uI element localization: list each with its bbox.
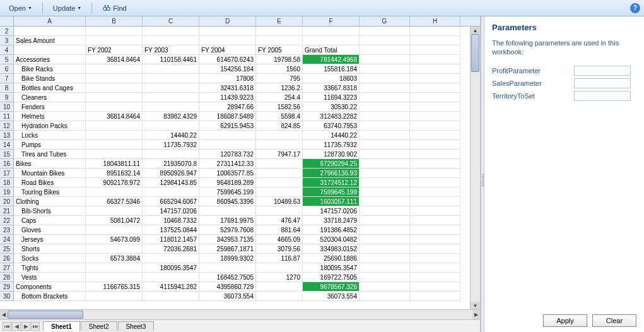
cell[interactable]: [86, 206, 143, 216]
col-header[interactable]: E: [256, 16, 303, 26]
cell[interactable]: [410, 93, 460, 102]
sheet-tab[interactable]: Sheet3: [118, 321, 155, 331]
cell[interactable]: Cleaners: [14, 93, 86, 102]
cell[interactable]: 6573.3884: [86, 254, 143, 263]
cell[interactable]: [256, 169, 303, 178]
cell[interactable]: Socks: [14, 254, 86, 263]
row-header[interactable]: 5: [0, 55, 14, 64]
cell[interactable]: [143, 102, 199, 112]
cell[interactable]: [256, 178, 303, 187]
cell[interactable]: 155816.184: [303, 64, 360, 74]
cell[interactable]: 72036.2681: [143, 244, 199, 254]
cell[interactable]: Bikes: [14, 159, 86, 169]
cell[interactable]: [199, 206, 256, 216]
cell[interactable]: 118012.1457: [143, 235, 199, 244]
cell[interactable]: [86, 64, 143, 74]
row-header[interactable]: 9: [0, 93, 14, 102]
cell[interactable]: 11735.7932: [143, 140, 199, 150]
parameter-input[interactable]: [574, 91, 631, 101]
cell[interactable]: [410, 45, 460, 55]
cell[interactable]: 36814.8464: [86, 112, 143, 121]
cell[interactable]: [410, 121, 460, 131]
cell[interactable]: [410, 244, 460, 254]
cell[interactable]: 9678567.326: [303, 282, 360, 292]
parameter-input[interactable]: [574, 66, 631, 76]
cell[interactable]: 8950926.947: [143, 169, 199, 178]
cell[interactable]: [410, 102, 460, 112]
cell[interactable]: [86, 150, 143, 159]
tab-nav-next[interactable]: ▶: [21, 322, 30, 331]
cell[interactable]: 1270: [256, 273, 303, 282]
cell[interactable]: [410, 197, 460, 206]
cell[interactable]: 9092178.972: [86, 178, 143, 187]
cell[interactable]: 1603057.111: [303, 197, 360, 206]
cell[interactable]: [360, 216, 410, 225]
cell[interactable]: 54673.099: [86, 235, 143, 244]
help-button[interactable]: ?: [630, 3, 640, 13]
apply-button[interactable]: Apply: [543, 314, 587, 327]
cell[interactable]: 137525.0844: [143, 225, 199, 235]
cell[interactable]: 5081.0472: [86, 216, 143, 225]
cell[interactable]: Accessories: [14, 55, 86, 64]
cell[interactable]: 18043811.11: [86, 159, 143, 169]
cell[interactable]: 342953.7135: [199, 235, 256, 244]
cell[interactable]: 11694.3223: [303, 93, 360, 102]
cell[interactable]: [86, 244, 143, 254]
cell[interactable]: [143, 187, 199, 197]
row-header[interactable]: 4: [0, 45, 14, 55]
cell[interactable]: [360, 83, 410, 93]
cell[interactable]: 36814.8464: [86, 55, 143, 64]
cell[interactable]: [360, 282, 410, 292]
cell[interactable]: Clothing: [14, 197, 86, 206]
row-header[interactable]: 19: [0, 187, 14, 197]
cell[interactable]: 52979.7608: [199, 225, 256, 235]
cell[interactable]: [256, 159, 303, 169]
cell[interactable]: [410, 64, 460, 74]
col-header[interactable]: H: [410, 16, 460, 26]
cell[interactable]: Gloves: [14, 225, 86, 235]
cell[interactable]: Locks: [14, 131, 86, 140]
cell[interactable]: 10468.7332: [143, 216, 199, 225]
cell[interactable]: 36073.554: [303, 292, 360, 301]
cell[interactable]: 66327.5346: [86, 197, 143, 206]
cell[interactable]: Mountain Bikes: [14, 169, 86, 178]
cell[interactable]: [199, 263, 256, 273]
cell[interactable]: [143, 121, 199, 131]
cell[interactable]: [14, 45, 86, 55]
row-header[interactable]: 3: [0, 36, 14, 45]
cell[interactable]: [360, 27, 410, 36]
cell[interactable]: FY 2004: [199, 45, 256, 55]
cell[interactable]: [86, 102, 143, 112]
cell[interactable]: [143, 150, 199, 159]
cell[interactable]: [410, 74, 460, 83]
cell[interactable]: 33718.2479: [303, 216, 360, 225]
cell[interactable]: [256, 292, 303, 301]
row-header[interactable]: 29: [0, 282, 14, 292]
cell[interactable]: [410, 273, 460, 282]
cell[interactable]: Shorts: [14, 244, 86, 254]
cell[interactable]: [410, 254, 460, 263]
cell[interactable]: 8951632.14: [86, 169, 143, 178]
horizontal-scrollbar[interactable]: ◀ ▶: [0, 310, 480, 319]
row-header[interactable]: 20: [0, 197, 14, 206]
parameter-input[interactable]: [574, 78, 631, 88]
cell[interactable]: 25690.1886: [303, 254, 360, 263]
cell[interactable]: [256, 263, 303, 273]
row-header[interactable]: 13: [0, 131, 14, 140]
open-menu[interactable]: Open ▼: [4, 3, 37, 14]
cell[interactable]: 169722.7505: [303, 273, 360, 282]
cell[interactable]: [86, 292, 143, 301]
cell[interactable]: [410, 292, 460, 301]
cell[interactable]: [143, 292, 199, 301]
cell[interactable]: [256, 36, 303, 45]
row-header[interactable]: 17: [0, 169, 14, 178]
col-header[interactable]: F: [303, 16, 360, 26]
cell[interactable]: 334983.0152: [303, 244, 360, 254]
cell[interactable]: [86, 74, 143, 83]
cell[interactable]: [410, 187, 460, 197]
cell[interactable]: [143, 64, 199, 74]
cell[interactable]: [256, 140, 303, 150]
cell[interactable]: 19798.58: [256, 55, 303, 64]
cell[interactable]: 312483.2282: [303, 112, 360, 121]
cell[interactable]: 795: [256, 74, 303, 83]
